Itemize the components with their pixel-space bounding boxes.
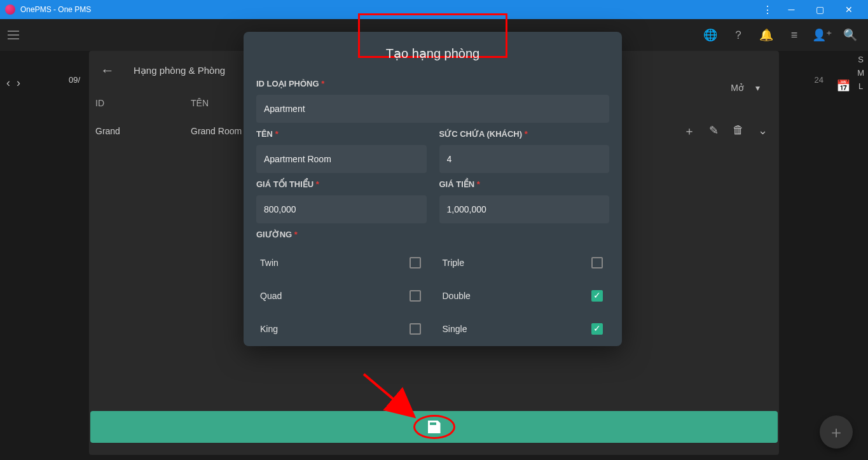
expand-icon[interactable]: ⌄ [758, 123, 768, 139]
bed-double-label: Double [443, 291, 471, 301]
titlebar: OnePMS - One PMS ⋮ ─ ▢ ✕ [0, 0, 868, 19]
window-minimize-button[interactable]: ─ [777, 0, 806, 19]
label-price: GIÁ TIỀN [439, 179, 475, 189]
list-icon[interactable]: ≡ [784, 29, 804, 42]
date-prev-next: ‹ › [6, 76, 20, 90]
bed-king-checkbox[interactable] [410, 323, 421, 335]
bed-twin-label: Twin [260, 258, 279, 268]
bed-double-checkbox[interactable] [591, 290, 603, 302]
bed-triple-label: Triple [443, 258, 465, 268]
label-bed: GIƯỜNG [256, 230, 292, 239]
status-select[interactable]: Mở ▾ [731, 83, 760, 93]
main-area: ‹ › 09/ 24 📅 S M L ← Hạng phòng & Phòng … [0, 51, 868, 460]
bed-single-checkbox[interactable] [591, 323, 603, 335]
label-min-price: GIÁ TỐI THIỂU [256, 179, 313, 189]
add-user-icon[interactable]: 👤⁺ [812, 28, 832, 42]
add-icon[interactable]: ＋ [684, 123, 695, 139]
modal-title: Tạo hạng phòng [244, 32, 622, 73]
status-select-label: Mở [731, 83, 744, 93]
size-s[interactable]: S [858, 55, 864, 64]
titlebar-more-icon[interactable]: ⋮ [758, 4, 777, 16]
back-arrow-icon[interactable]: ← [100, 62, 114, 79]
fab-add-button[interactable]: ＋ [820, 415, 853, 449]
app-logo [5, 4, 15, 15]
save-button[interactable] [90, 411, 778, 443]
row-id: Grand [95, 126, 191, 136]
bed-quad-label: Quad [260, 291, 282, 301]
label-name: TÊN [256, 129, 273, 139]
app-title: OnePMS - One PMS [20, 5, 758, 14]
label-capacity: SỨC CHỨA (KHÁCH) [439, 129, 523, 139]
delete-icon[interactable]: 🗑 [733, 123, 744, 139]
edit-icon[interactable]: ✎ [709, 123, 719, 139]
notifications-icon[interactable]: 🔔 [756, 28, 776, 42]
bed-single-label: Single [443, 324, 467, 334]
input-roomtype-id[interactable] [256, 95, 609, 123]
bed-triple-checkbox[interactable] [591, 257, 603, 268]
calendar-icon[interactable]: 📅 [836, 79, 850, 93]
size-m[interactable]: M [857, 68, 864, 78]
create-roomtype-modal: Tạo hạng phòng ID LOẠI PHÒNG * TÊN * SỨC… [244, 32, 622, 346]
menu-icon[interactable] [8, 27, 23, 43]
bed-king-label: King [260, 324, 278, 334]
chevron-down-icon: ▾ [755, 83, 760, 93]
window-close-button[interactable]: ✕ [834, 0, 863, 19]
date-hint-left: 09/ [69, 75, 80, 85]
bed-quad-checkbox[interactable] [410, 290, 421, 302]
date-hint-right: 24 [815, 75, 823, 85]
input-min-price[interactable] [256, 195, 427, 223]
next-button[interactable]: › [17, 76, 20, 90]
save-icon [428, 421, 441, 433]
input-name[interactable] [256, 145, 427, 173]
search-icon[interactable]: 🔍 [840, 28, 860, 42]
bed-options: Twin Triple Quad Double King Single [256, 246, 609, 341]
globe-icon[interactable]: 🌐 [700, 28, 720, 42]
size-switcher: S M L [857, 55, 864, 91]
prev-button[interactable]: ‹ [6, 76, 10, 90]
panel-title: Hạng phòng & Phòng [134, 65, 225, 76]
input-price[interactable] [439, 195, 610, 223]
input-capacity[interactable] [439, 145, 610, 173]
size-l[interactable]: L [858, 81, 863, 91]
bed-twin-checkbox[interactable] [410, 257, 421, 268]
col-id: ID [95, 98, 191, 108]
help-icon[interactable]: ？ [728, 27, 748, 43]
window-maximize-button[interactable]: ▢ [806, 0, 834, 19]
label-roomtype-id: ID LOẠI PHÒNG [256, 79, 319, 88]
